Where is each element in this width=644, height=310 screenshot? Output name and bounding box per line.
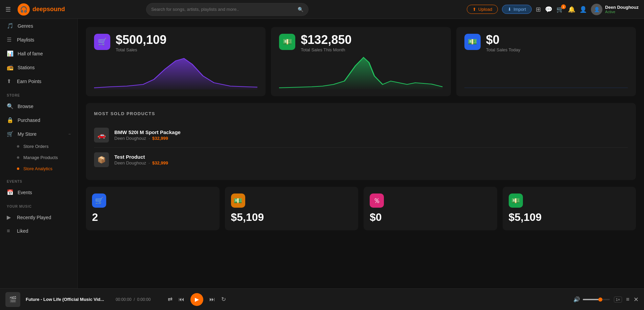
- total-sales-today-icon: 💵: [464, 34, 481, 50]
- playlists-icon: ☰: [7, 36, 13, 43]
- upload-label: Upload: [478, 7, 492, 12]
- product-price-test: $32,999: [152, 160, 168, 165]
- search-bar[interactable]: 🔍: [146, 3, 308, 16]
- your-music-section-label: YOUR MUSIC: [0, 199, 77, 210]
- prev-button[interactable]: ⏮: [179, 296, 184, 303]
- sidebar-item-events[interactable]: 📅 Events: [0, 185, 77, 199]
- stations-icon: 📻: [7, 64, 14, 71]
- user-name: Deen Doughouz: [605, 5, 639, 10]
- sidebar-item-purchased[interactable]: 🔒 Purchased: [0, 113, 77, 127]
- queue-icon[interactable]: ≡: [626, 296, 629, 303]
- total-sales-value: $500,109: [116, 34, 166, 46]
- total-sales-today-label: Total Sales Today: [486, 47, 521, 52]
- total-sales-label: Total Sales: [116, 47, 166, 52]
- search-input[interactable]: [151, 7, 295, 12]
- layout: 🎵 Genres ☰ Playlists 📊 Hall of fame 📻 St…: [0, 19, 644, 288]
- stat-card-top-2: 💵 $132,850 Total Sales This Month: [279, 34, 442, 52]
- bottom-stat-card-orders: 🛒 2: [86, 187, 220, 230]
- sidebar-stations-label: Stations: [18, 65, 35, 70]
- logo: 🎧 deepsound: [18, 3, 65, 16]
- messages-icon[interactable]: 💬: [545, 6, 552, 13]
- most-sold-title: MOST SOLD PRODUCTS: [94, 111, 628, 116]
- volume-knob: [598, 298, 602, 302]
- speed-button[interactable]: 1×: [614, 296, 622, 303]
- player-track-name: Future - Low Life (Official Music Vid...: [26, 297, 104, 302]
- hamburger-button[interactable]: ☰: [5, 6, 11, 13]
- player-thumb: 🎬: [5, 292, 20, 307]
- sidebar-item-genres[interactable]: 🎵 Genres: [0, 19, 77, 33]
- bottom-stat-cards: 🛒 2 💵 $5,109 ％ $0 💵 $5,109: [86, 187, 636, 230]
- import-button[interactable]: ⬇ Import: [502, 5, 532, 14]
- shuffle-button[interactable]: ⇄: [168, 296, 172, 303]
- sidebar-item-my-store[interactable]: 🛒 My Store −: [0, 127, 77, 141]
- cart-icon[interactable]: 🛒 1: [556, 6, 564, 13]
- sidebar-item-playlists[interactable]: ☰ Playlists: [0, 33, 77, 47]
- player-track-info: Future - Low Life (Official Music Vid...: [26, 297, 104, 302]
- player-time: 00:00:00 / 0:00:00: [110, 297, 157, 302]
- liked-icon: ≡: [7, 228, 13, 234]
- grid-icon[interactable]: ⊞: [536, 6, 541, 13]
- logo-icon: 🎧: [18, 3, 30, 16]
- notifications-icon[interactable]: 🔔: [568, 6, 575, 13]
- volume-fill: [583, 299, 600, 300]
- bottom-stat-card-net: 💵 $5,109: [503, 187, 636, 230]
- logo-text: deepsound: [32, 6, 65, 13]
- sidebar-item-recently-played[interactable]: ▶ Recently Played: [0, 210, 77, 224]
- total-sales-month-icon: 💵: [279, 34, 295, 50]
- sidebar-hall-of-fame-label: Hall of fame: [18, 51, 43, 56]
- sidebar-playlists-label: Playlists: [17, 37, 34, 43]
- stat-values-3: $0 Total Sales Today: [486, 34, 521, 52]
- stat-card-top: 🛒 $500,109 Total Sales: [94, 34, 257, 52]
- sidebar-item-liked[interactable]: ≡ Liked: [0, 224, 77, 238]
- stat-card-total-sales-today: 💵 $0 Total Sales Today: [456, 27, 636, 96]
- import-label: Import: [513, 7, 526, 12]
- product-name-test: Test Product: [114, 154, 168, 160]
- orders-icon: 🛒: [92, 193, 106, 208]
- purchased-icon: 🔒: [7, 117, 14, 123]
- user-status: Active: [605, 10, 639, 14]
- sidebar: 🎵 Genres ☰ Playlists 📊 Hall of fame 📻 St…: [0, 19, 78, 288]
- my-store-icon: 🛒: [7, 131, 14, 137]
- sidebar-item-earn-points[interactable]: ⬆ Earn Points: [0, 74, 77, 88]
- sidebar-browse-label: Browse: [18, 104, 33, 109]
- earn-points-icon: ⬆: [7, 78, 13, 84]
- refunds-value: $0: [370, 211, 491, 224]
- sidebar-item-manage-products[interactable]: Manage Products: [0, 152, 77, 163]
- total-sales-today-value: $0: [486, 34, 521, 46]
- net-value: $5,109: [509, 211, 630, 224]
- product-price-bmw: $32,999: [152, 136, 168, 141]
- sidebar-item-browse[interactable]: 🔍 Browse: [0, 99, 77, 113]
- sidebar-item-store-analytics[interactable]: Store Analytics: [0, 163, 77, 174]
- product-name-bmw: BMW 520I M Sport Package: [114, 129, 181, 135]
- product-meta-test: Deen Doughouz · $32,999: [114, 160, 168, 165]
- upload-button[interactable]: ⬆ Upload: [467, 5, 498, 14]
- product-info-bmw: BMW 520I M Sport Package Deen Doughouz ·…: [114, 129, 181, 141]
- user-details: Deen Doughouz Active: [605, 5, 639, 14]
- player-controls: ⇄ ⏮ ▶ ⏭ ↻: [168, 293, 226, 306]
- recently-played-icon: ▶: [7, 214, 13, 221]
- user-info: 👤 Deen Doughouz Active: [591, 4, 639, 15]
- sidebar-liked-label: Liked: [17, 228, 28, 234]
- repeat-button[interactable]: ↻: [221, 296, 226, 303]
- user-settings-icon[interactable]: 👤: [579, 6, 587, 13]
- sidebar-item-store-orders[interactable]: Store Orders: [0, 141, 77, 152]
- sidebar-item-hall-of-fame[interactable]: 📊 Hall of fame: [0, 47, 77, 60]
- manage-products-dot: [17, 156, 19, 159]
- product-meta-bmw: Deen Doughouz · $32,999: [114, 136, 181, 141]
- avatar: 👤: [591, 4, 602, 15]
- sidebar-item-stations[interactable]: 📻 Stations: [0, 60, 77, 74]
- import-icon: ⬇: [508, 7, 511, 12]
- total-sales-month-value: $132,850: [301, 34, 351, 46]
- next-button[interactable]: ⏭: [209, 296, 215, 303]
- volume-area: 🔊: [573, 296, 610, 303]
- bottom-stat-card-refunds: ％ $0: [364, 187, 497, 230]
- sidebar-purchased-label: Purchased: [18, 118, 40, 123]
- volume-slider[interactable]: [583, 299, 610, 300]
- total-sales-chart: [94, 56, 257, 89]
- browse-icon: 🔍: [7, 103, 14, 109]
- progress-line: [0, 289, 644, 290]
- play-pause-button[interactable]: ▶: [190, 293, 203, 306]
- close-player-button[interactable]: ✕: [634, 296, 639, 303]
- stat-card-top-3: 💵 $0 Total Sales Today: [464, 34, 628, 52]
- product-thumb-bmw: 🚗: [94, 128, 109, 143]
